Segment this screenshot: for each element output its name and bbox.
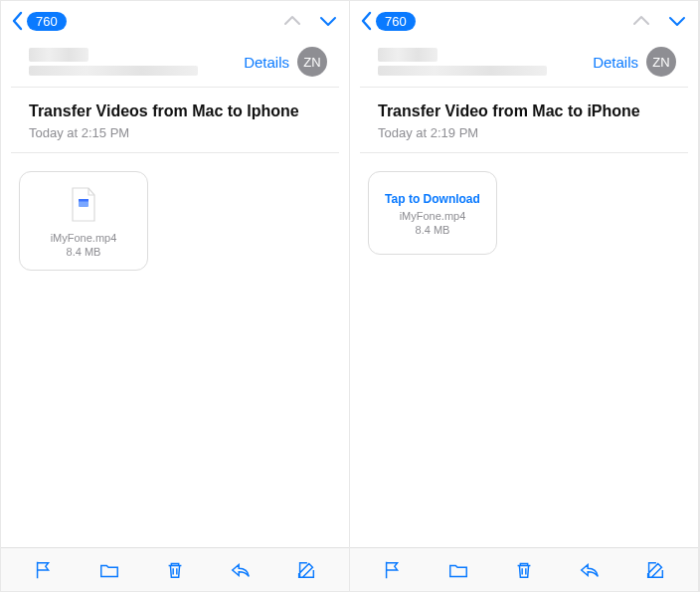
details-link[interactable]: Details xyxy=(593,54,638,71)
prev-message-button[interactable] xyxy=(630,10,652,32)
attachment-filesize: 8.4 MB xyxy=(416,224,450,236)
email-pane-left: 760 Details ZN Transfer Videos from Mac … xyxy=(1,1,350,591)
email-subject: Transfer Video from Mac to iPhone xyxy=(378,101,670,122)
file-icon xyxy=(69,186,98,224)
trash-button[interactable] xyxy=(162,557,188,583)
back-badge: 760 xyxy=(27,12,67,31)
sender-info[interactable] xyxy=(29,48,244,76)
sender-name-redacted xyxy=(29,48,88,62)
sender-info[interactable] xyxy=(378,48,593,76)
back-button[interactable]: 760 xyxy=(11,11,67,31)
flag-button[interactable] xyxy=(31,557,57,583)
tap-to-download-label: Tap to Download xyxy=(385,192,480,206)
compose-button[interactable] xyxy=(642,557,668,583)
svg-rect-1 xyxy=(79,199,88,202)
email-subject: Transfer Videos from Mac to Iphone xyxy=(29,101,321,122)
flag-button[interactable] xyxy=(380,557,406,583)
attachment-card[interactable]: iMyFone.mp4 8.4 MB xyxy=(19,171,148,271)
sender-row: Details ZN xyxy=(11,41,339,88)
navbar: 760 xyxy=(350,1,698,41)
sender-name-redacted xyxy=(378,48,438,62)
email-pane-right: 760 Details ZN Transfer Video from Mac t… xyxy=(350,1,699,591)
chevron-left-icon xyxy=(360,11,374,31)
avatar[interactable]: ZN xyxy=(646,47,676,77)
prev-message-button[interactable] xyxy=(281,10,303,32)
folder-button[interactable] xyxy=(96,557,122,583)
reply-button[interactable] xyxy=(228,557,254,583)
email-timestamp: Today at 2:15 PM xyxy=(29,125,321,140)
details-link[interactable]: Details xyxy=(244,54,289,71)
folder-button[interactable] xyxy=(445,557,471,583)
sender-email-redacted xyxy=(378,66,547,76)
attachment-card[interactable]: Tap to Download iMyFone.mp4 8.4 MB xyxy=(368,171,497,255)
back-badge: 760 xyxy=(376,12,416,31)
chevron-left-icon xyxy=(11,11,25,31)
sender-row: Details ZN xyxy=(360,41,688,88)
subject-block: Transfer Videos from Mac to Iphone Today… xyxy=(11,88,339,153)
email-timestamp: Today at 2:19 PM xyxy=(378,125,670,140)
avatar[interactable]: ZN xyxy=(297,47,327,77)
attachment-filename: iMyFone.mp4 xyxy=(51,232,117,244)
attachment-filesize: 8.4 MB xyxy=(67,246,101,258)
navbar: 760 xyxy=(1,1,349,41)
toolbar xyxy=(1,547,349,591)
sender-email-redacted xyxy=(29,66,198,76)
trash-button[interactable] xyxy=(511,557,537,583)
back-button[interactable]: 760 xyxy=(360,11,416,31)
attachment-filename: iMyFone.mp4 xyxy=(400,210,466,222)
compose-button[interactable] xyxy=(293,557,319,583)
next-message-button[interactable] xyxy=(666,10,688,32)
subject-block: Transfer Video from Mac to iPhone Today … xyxy=(360,88,688,153)
reply-button[interactable] xyxy=(577,557,603,583)
toolbar xyxy=(350,547,698,591)
next-message-button[interactable] xyxy=(317,10,339,32)
